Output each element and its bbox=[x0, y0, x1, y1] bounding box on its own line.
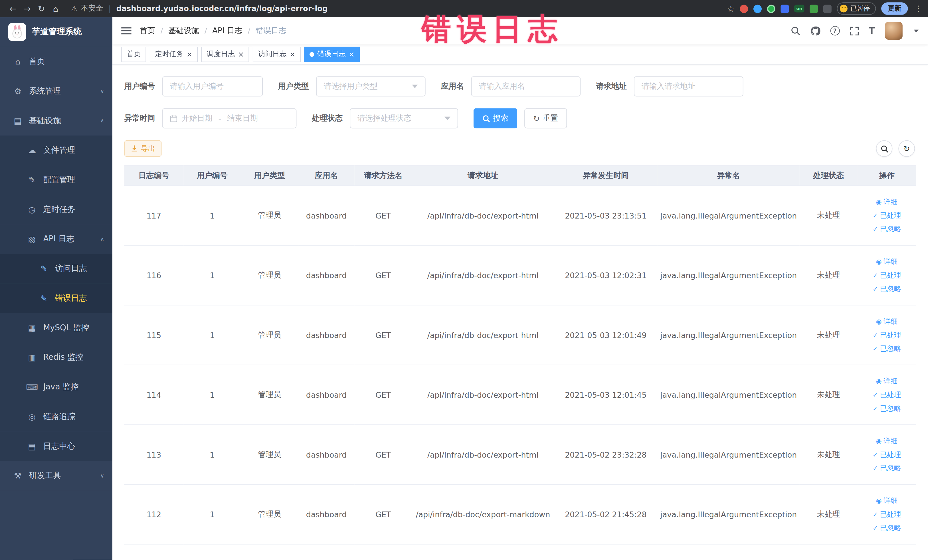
cell-url: /api/infra/db-doc/export-markdown bbox=[412, 484, 554, 544]
search-icon[interactable] bbox=[791, 26, 800, 35]
row-action-ignored[interactable]: ✓已忽略 bbox=[860, 521, 914, 535]
fullscreen-icon[interactable] bbox=[850, 26, 859, 35]
close-icon[interactable]: × bbox=[186, 50, 192, 58]
row-action-detail[interactable]: ◉详细 bbox=[860, 195, 914, 209]
sidebar-item-trace[interactable]: ◎链路追踪 bbox=[0, 402, 112, 432]
row-action-detail[interactable]: ◉详细 bbox=[860, 494, 914, 508]
process-status-select[interactable]: 请选择处理状态 bbox=[350, 108, 458, 129]
sidebar-item-error-log[interactable]: ✎错误日志 bbox=[0, 284, 112, 313]
sidebar-item-file-mgmt[interactable]: ☁文件管理 bbox=[0, 136, 112, 165]
export-button[interactable]: 导出 bbox=[124, 140, 162, 157]
row-action-processed[interactable]: ✓已处理 bbox=[860, 209, 914, 222]
github-icon[interactable] bbox=[810, 26, 820, 36]
extension-icon[interactable] bbox=[780, 5, 789, 13]
edit-icon: ✎ bbox=[26, 175, 38, 185]
extension-on-badge[interactable]: on bbox=[794, 5, 804, 12]
tag-view-tab[interactable]: 调度日志× bbox=[201, 46, 249, 62]
refresh-table-button[interactable]: ↻ bbox=[898, 140, 915, 157]
extension-icon[interactable] bbox=[767, 5, 775, 13]
sidebar-item-api-log[interactable]: ▧API 日志∧ bbox=[0, 224, 112, 254]
browser-home-icon[interactable]: ⌂ bbox=[49, 4, 63, 13]
sidebar-item-access-log[interactable]: ✎访问日志 bbox=[0, 254, 112, 284]
font-size-icon[interactable]: T bbox=[868, 25, 875, 36]
row-action-processed[interactable]: ✓已处理 bbox=[860, 448, 914, 461]
row-action-ignored[interactable]: ✓已忽略 bbox=[860, 461, 914, 475]
app-logo[interactable]: 芋道管理系统 bbox=[0, 17, 112, 47]
cell-status: 未处理 bbox=[800, 484, 858, 544]
close-icon[interactable]: × bbox=[238, 50, 244, 58]
screen: ← → ↻ ⌂ ⚠ 不安全 | dashboard.yudao.iocoder.… bbox=[0, 0, 928, 560]
toggle-search-button[interactable] bbox=[876, 140, 892, 157]
bookmark-star-icon[interactable]: ☆ bbox=[727, 4, 734, 13]
close-icon[interactable]: × bbox=[349, 50, 355, 58]
forward-icon[interactable]: → bbox=[20, 4, 35, 13]
row-action-processed[interactable]: ✓已处理 bbox=[860, 328, 914, 342]
sidebar-item-scheduled-tasks[interactable]: ◷定时任务 bbox=[0, 195, 112, 224]
sidebar-item-java-monitor[interactable]: ⌨Java 监控 bbox=[0, 372, 112, 402]
reset-button[interactable]: ↻ 重置 bbox=[524, 108, 567, 129]
row-action-ignored[interactable]: ✓已忽略 bbox=[860, 342, 914, 356]
row-action-processed[interactable]: ✓已处理 bbox=[860, 388, 914, 402]
cell-user-id: 1 bbox=[183, 425, 241, 485]
sidebar-item-config-mgmt[interactable]: ✎配置管理 bbox=[0, 165, 112, 195]
sidebar-item-redis-monitor[interactable]: ▥Redis 监控 bbox=[0, 343, 112, 372]
extension-icon[interactable] bbox=[810, 5, 818, 13]
back-icon[interactable]: ← bbox=[6, 4, 20, 13]
request-url-input[interactable]: 请输入请求地址 bbox=[634, 76, 743, 97]
app-name-input[interactable]: 请输入应用名 bbox=[471, 76, 580, 97]
cell-actions: ◉详细✓已处理✓已忽略 bbox=[858, 484, 916, 544]
breadcrumb-item[interactable]: API 日志 bbox=[212, 25, 242, 36]
sidebar-item-label: 首页 bbox=[29, 56, 45, 67]
sidebar-item-home[interactable]: ⌂首页 bbox=[0, 47, 112, 76]
sidebar-item-log-center[interactable]: ▤日志中心 bbox=[0, 431, 112, 461]
cell-exception: java.lang.IllegalArgumentException bbox=[658, 425, 800, 485]
tag-view-tab[interactable]: 错误日志× bbox=[304, 46, 360, 62]
row-action-detail[interactable]: ◉详细 bbox=[860, 315, 914, 328]
search-button[interactable]: 搜索 bbox=[473, 108, 517, 129]
tag-view-tab[interactable]: 定时任务× bbox=[150, 46, 198, 62]
chrome-menu-icon[interactable]: ⋮ bbox=[914, 4, 922, 13]
help-icon[interactable]: ? bbox=[830, 26, 839, 35]
avatar[interactable] bbox=[885, 22, 903, 40]
sidebar-item-system-mgmt[interactable]: ⚙系统管理∨ bbox=[0, 76, 112, 106]
row-action-detail[interactable]: ◉详细 bbox=[860, 434, 914, 448]
action-label: 已处理 bbox=[880, 328, 901, 342]
cell-status: 未处理 bbox=[800, 425, 858, 485]
user-id-input[interactable]: 请输入用户编号 bbox=[162, 76, 263, 97]
extension-icon[interactable] bbox=[740, 5, 748, 13]
extensions-puzzle-icon[interactable] bbox=[823, 5, 832, 13]
date-range-picker[interactable]: 开始日期 - 结束日期 bbox=[162, 108, 296, 129]
sidebar-item-mysql-monitor[interactable]: ▦MySQL 监控 bbox=[0, 313, 112, 343]
breadcrumb-item[interactable]: 基础设施 bbox=[168, 25, 199, 36]
cell-app: dashboard bbox=[298, 484, 355, 544]
sidebar-item-infrastructure[interactable]: ▤基础设施∧ bbox=[0, 106, 112, 136]
sidebar-item-dev-tools[interactable]: ⚒研发工具∨ bbox=[0, 461, 112, 491]
row-action-detail[interactable]: ◉详细 bbox=[860, 255, 914, 269]
cloud-icon: ☁ bbox=[26, 145, 38, 155]
breadcrumb-item[interactable]: 首页 bbox=[140, 25, 155, 36]
cell-time: 2021-05-02 21:45:28 bbox=[554, 484, 658, 544]
paused-extension-pill[interactable]: 已暂停 bbox=[837, 2, 876, 15]
chrome-update-button[interactable]: 更新 bbox=[881, 2, 908, 15]
tag-view-tab[interactable]: 首页 bbox=[121, 46, 146, 62]
tag-view-tab[interactable]: 访问日志× bbox=[253, 46, 301, 62]
address-bar[interactable]: ⚠ 不安全 | dashboard.yudao.iocoder.cn/infra… bbox=[71, 3, 328, 14]
row-action-ignored[interactable]: ✓已忽略 bbox=[860, 402, 914, 415]
reload-icon[interactable]: ↻ bbox=[34, 4, 49, 13]
row-action-detail[interactable]: ◉详细 bbox=[860, 374, 914, 388]
avatar-caret-icon[interactable] bbox=[914, 29, 919, 32]
row-action-processed[interactable]: ✓已处理 bbox=[860, 269, 914, 282]
home-icon: ⌂ bbox=[12, 57, 23, 66]
action-label: 详细 bbox=[884, 494, 898, 508]
extension-icon[interactable] bbox=[753, 5, 762, 13]
cell-exception: java.lang.IllegalArgumentException bbox=[658, 245, 800, 305]
cell-user-type: 管理员 bbox=[241, 365, 298, 425]
row-action-ignored[interactable]: ✓已忽略 bbox=[860, 222, 914, 236]
close-icon[interactable]: × bbox=[290, 50, 296, 58]
row-action-ignored[interactable]: ✓已忽略 bbox=[860, 282, 914, 296]
user-type-select[interactable]: 请选择用户类型 bbox=[316, 76, 426, 97]
row-action-processed[interactable]: ✓已处理 bbox=[860, 508, 914, 521]
cell-user-id: 1 bbox=[183, 484, 241, 544]
url-text: dashboard.yudao.iocoder.cn/infra/log/api… bbox=[116, 4, 328, 13]
hamburger-icon[interactable] bbox=[112, 30, 139, 31]
